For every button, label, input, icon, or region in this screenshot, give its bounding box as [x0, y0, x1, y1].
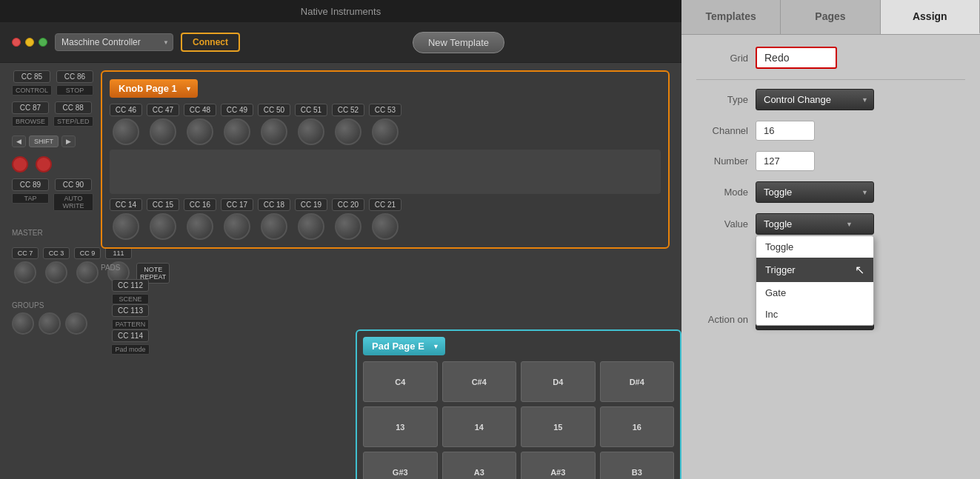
- mode-select[interactable]: Toggle Trigger Gate Inc: [756, 181, 874, 203]
- bottom-knob-ctrl-5[interactable]: [298, 213, 324, 240]
- grid-input[interactable]: [756, 47, 837, 69]
- pad-label-1: C#4: [472, 378, 487, 386]
- bottom-knob-ctrl-0[interactable]: [113, 213, 139, 240]
- master-knob-1: CC 3: [43, 247, 70, 284]
- master-knob-0: CC 7: [12, 247, 39, 284]
- top-knob-ctrl-4[interactable]: [261, 118, 287, 145]
- close-button[interactable]: [12, 38, 21, 47]
- separator-1: [696, 79, 965, 80]
- bottom-knob-ctrl-2[interactable]: [187, 213, 213, 240]
- cc88-label[interactable]: CC 88: [55, 101, 92, 114]
- master-knob-label-2: CC 9: [74, 247, 101, 259]
- value-dropdown-trigger[interactable]: Toggle ▼: [756, 213, 874, 235]
- number-input[interactable]: [756, 151, 815, 171]
- pad-label-7: 16: [633, 423, 641, 432]
- top-knob-ctrl-2[interactable]: [187, 118, 213, 145]
- master-knob-ctrl-2[interactable]: [76, 261, 99, 284]
- arrow-right-button[interactable]: ▶: [61, 135, 76, 147]
- pad-cell-10[interactable]: A#3: [521, 452, 596, 479]
- group-knob-1[interactable]: [12, 312, 34, 335]
- cc87-label[interactable]: CC 87: [12, 101, 49, 114]
- minimize-button[interactable]: [25, 38, 34, 47]
- bottom-knob-label-6: CC 20: [332, 198, 364, 211]
- shift-button[interactable]: SHIFT: [29, 135, 59, 147]
- top-knob-ctrl-6[interactable]: [335, 118, 361, 145]
- cc89-label[interactable]: CC 89: [12, 178, 49, 191]
- channel-input[interactable]: [756, 121, 815, 141]
- top-knob-label-6: CC 52: [332, 104, 364, 116]
- top-knob-ctrl-7[interactable]: [372, 118, 399, 145]
- pad-left-item-0: CC 112 SCENE: [101, 279, 160, 304]
- bottom-knob-ctrl-7[interactable]: [372, 213, 399, 240]
- cc89-90-row: CC 89 TAP CC 90 AUTO WRITE: [12, 178, 93, 211]
- dropdown-item-gate[interactable]: Gate: [756, 282, 873, 304]
- group-knob-3[interactable]: [65, 312, 87, 335]
- tab-templates[interactable]: Templates: [681, 0, 781, 34]
- type-select-wrap: Control Change Note Program Change: [756, 89, 874, 110]
- pad-cell-9[interactable]: A3: [442, 452, 517, 479]
- bottom-knob-ctrl-1[interactable]: [150, 213, 176, 240]
- pad-cell-0[interactable]: C4: [363, 361, 438, 402]
- cc86-group: CC 86 STOP: [56, 70, 93, 96]
- knob-display-area: [110, 150, 661, 194]
- top-knob-1: CC 47: [147, 104, 179, 145]
- bottom-knob-ctrl-6[interactable]: [335, 213, 361, 240]
- circle-btn-1[interactable]: [12, 156, 28, 172]
- shift-row: ◀ SHIFT ▶: [12, 135, 93, 147]
- master-knob-ctrl-0[interactable]: [14, 261, 36, 284]
- channel-label: Channel: [696, 125, 748, 136]
- pad-cell-2[interactable]: D4: [521, 361, 596, 402]
- dropdown-item-trigger[interactable]: Trigger ↖: [756, 258, 873, 282]
- new-template-button[interactable]: New Template: [413, 32, 504, 53]
- master-knob-2: CC 9: [74, 247, 101, 284]
- top-knob-ctrl-3[interactable]: [224, 118, 250, 145]
- pad-label-2: D4: [553, 378, 563, 386]
- cc86-sub: STOP: [56, 85, 93, 96]
- bottom-row: PADS CC 112 SCENE CC 113 PATTERN CC 114 …: [101, 264, 670, 479]
- pad-left-cc-2[interactable]: CC 114: [112, 329, 149, 342]
- tab-assign[interactable]: Assign: [881, 0, 980, 34]
- dropdown-item-toggle[interactable]: Toggle: [756, 236, 873, 258]
- group-knob-2[interactable]: [39, 312, 61, 335]
- bottom-knob-label-5: CC 19: [295, 198, 327, 211]
- top-knob-ctrl-5[interactable]: [298, 118, 324, 145]
- top-knob-ctrl-1[interactable]: [150, 118, 176, 145]
- cc90-label[interactable]: CC 90: [55, 178, 92, 191]
- cc85-label[interactable]: CC 85: [13, 70, 50, 83]
- knob-page-dropdown[interactable]: Knob Page 1: [110, 79, 198, 98]
- pad-cell-3[interactable]: D#4: [600, 361, 675, 402]
- tab-pages[interactable]: Pages: [781, 0, 880, 34]
- pad-page-dropdown[interactable]: Pad Page E: [363, 337, 445, 355]
- pad-left-cc-1[interactable]: CC 113: [112, 304, 149, 317]
- connect-button[interactable]: Connect: [181, 33, 240, 52]
- pad-cell-5[interactable]: 14: [442, 406, 517, 447]
- device-selector[interactable]: Maschine Controller: [55, 33, 173, 51]
- pad-cell-6[interactable]: 15: [521, 406, 596, 447]
- bottom-knob-ctrl-3[interactable]: [224, 213, 250, 240]
- pad-cell-11[interactable]: B3: [600, 452, 675, 479]
- type-row: Type Control Change Note Program Change: [696, 89, 965, 110]
- bottom-knob-ctrl-4[interactable]: [261, 213, 287, 240]
- top-knob-label-2: CC 48: [184, 104, 216, 116]
- top-knob-6: CC 52: [332, 104, 364, 145]
- pad-cell-1[interactable]: C#4: [442, 361, 517, 402]
- top-knob-label-0: CC 46: [110, 104, 142, 116]
- controller-area: CC 85 CONTROL CC 86 STOP CC 87 BROWSE CC…: [0, 63, 681, 479]
- arrow-left-button[interactable]: ◀: [12, 135, 26, 147]
- pad-left-cc-0[interactable]: CC 112: [112, 279, 149, 292]
- mode-row: Mode Toggle Trigger Gate Inc: [696, 181, 965, 203]
- pad-cell-8[interactable]: G#3: [363, 452, 438, 479]
- master-knob-ctrl-1[interactable]: [45, 261, 67, 284]
- pad-cell-4[interactable]: 13: [363, 406, 438, 447]
- pad-left-sub-1: PATTERN: [112, 319, 150, 329]
- maximize-button[interactable]: [39, 38, 47, 47]
- top-knob-ctrl-0[interactable]: [113, 118, 139, 145]
- pad-cell-7[interactable]: 16: [600, 406, 675, 447]
- cc85-sub: CONTROL: [12, 85, 52, 96]
- master-knobs-row: CC 7 CC 3 CC 9 CC 111 NOTE REPEAT: [12, 240, 93, 284]
- pad-left-item-1: CC 113 PATTERN: [101, 304, 160, 329]
- circle-btn-2[interactable]: [36, 156, 52, 172]
- type-select[interactable]: Control Change Note Program Change: [756, 89, 874, 110]
- dropdown-item-inc[interactable]: Inc: [756, 304, 873, 325]
- cc86-label[interactable]: CC 86: [56, 70, 93, 83]
